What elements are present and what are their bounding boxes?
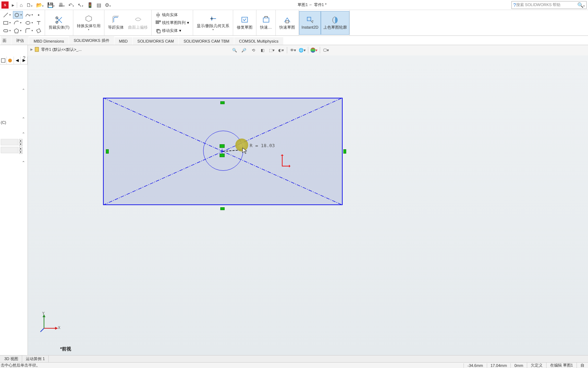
spline-tool[interactable]: ▾: [24, 11, 34, 19]
graphics-area[interactable]: R = 18.03 Y X *前视: [28, 55, 588, 356]
section-view-icon[interactable]: ◧: [259, 47, 266, 54]
tab-comsol[interactable]: COMSOL Multiphysics: [234, 37, 283, 45]
move-entities[interactable]: 移动实体▾: [155, 27, 190, 34]
slot-tool[interactable]: ▾: [2, 27, 11, 34]
fm-tab-feature[interactable]: [0, 57, 7, 64]
tab-evaluate[interactable]: 评估: [11, 36, 29, 45]
view-triad[interactable]: Y X: [39, 312, 60, 334]
svg-rect-8: [158, 21, 159, 22]
pm-help-icon[interactable]: ?: [23, 55, 25, 60]
view-settings-icon[interactable]: 🖵▾: [322, 47, 329, 54]
coincident-relation-2[interactable]: [220, 154, 225, 157]
collapse-2-icon[interactable]: ⌃: [22, 117, 26, 121]
home-icon[interactable]: ⌂: [18, 2, 24, 8]
svg-rect-11: [158, 23, 159, 24]
collapse-4-icon[interactable]: ⌃: [22, 160, 26, 165]
hide-show-icon[interactable]: 👁▾: [289, 47, 297, 54]
fm-tab-back[interactable]: ◀: [14, 57, 21, 64]
param-y-spinner[interactable]: ▴▾: [19, 147, 23, 153]
status-defined: 欠定义: [527, 363, 546, 368]
feature-manager-panel: ◀ ▶ ? ⌃ (C) ⌃ ⌃ ▴▾ ▴▾ ⌃: [0, 45, 28, 356]
help-icon[interactable]: ?: [513, 2, 516, 8]
display-relations-button[interactable]: 显示/删除几何关系 ▾: [195, 11, 231, 35]
svg-rect-16: [307, 17, 311, 21]
mirror-entities[interactable]: 镜向实体: [155, 11, 190, 19]
param-x-input[interactable]: [1, 139, 18, 145]
new-file-icon[interactable]: 🗋▾: [24, 2, 34, 8]
svg-rect-14: [263, 18, 269, 22]
expand-icon[interactable]: ▸: [10, 2, 16, 8]
svg-rect-0: [4, 21, 8, 24]
svg-rect-15: [286, 21, 289, 23]
repair-sketch-button[interactable]: 修复草图: [235, 11, 255, 35]
vertical-relation-right[interactable]: [343, 149, 346, 154]
appearance-icon[interactable]: ▾: [310, 47, 318, 54]
fm-tab-property[interactable]: [7, 57, 14, 64]
select-icon[interactable]: ↖▾: [76, 2, 85, 8]
svg-rect-9: [160, 21, 161, 22]
open-icon[interactable]: 📂▾: [34, 2, 45, 8]
tab-surface[interactable]: 面: [1, 36, 11, 45]
tab-addins[interactable]: SOLIDWORKS 插件: [69, 36, 114, 45]
trim-entities-button[interactable]: 剪裁实体(T): [46, 11, 72, 35]
breadcrumb[interactable]: ▶ 零件1 (默认<<默认>_...: [30, 47, 82, 52]
svg-rect-13: [242, 17, 248, 22]
text-tool[interactable]: [35, 19, 43, 26]
scene-icon[interactable]: 🌐▾: [299, 47, 306, 54]
triad-y-label: Y: [42, 311, 45, 315]
instant2d-button[interactable]: Instant2D: [299, 11, 321, 35]
linear-pattern[interactable]: 线性草图阵列▾: [155, 19, 190, 26]
horizontal-relation-top[interactable]: [220, 101, 225, 104]
rapid-button[interactable]: 快速…: [258, 11, 274, 35]
vertical-relation-left[interactable]: [106, 149, 109, 154]
settings-icon[interactable]: ⚙▾: [103, 2, 113, 8]
offset-entities-button[interactable]: 等距实体: [106, 11, 126, 35]
fillet-tool[interactable]: ▾: [24, 27, 34, 34]
section-c-label: (C): [1, 120, 6, 125]
display-style-icon[interactable]: ◐▾: [278, 47, 285, 54]
search-placeholder: 搜索 SOLIDWORKS 帮助: [516, 2, 575, 8]
status-prompt: 击中心然后单击半径。: [0, 363, 464, 368]
tab-cam-tbm[interactable]: SOLIDWORKS CAM TBM: [179, 37, 234, 45]
shaded-sketch-button[interactable]: 上色草图轮廓: [321, 11, 349, 35]
tab-motion-study[interactable]: 运动算例 1: [22, 355, 49, 362]
point-tool[interactable]: [35, 11, 43, 19]
rect-tool[interactable]: ▾: [2, 19, 11, 26]
tab-cam[interactable]: SOLIDWORKS CAM: [133, 37, 178, 45]
print-icon[interactable]: 🖶▾: [57, 2, 67, 8]
coincident-relation-1[interactable]: [220, 144, 225, 148]
collapse-1-icon[interactable]: ⌃: [22, 88, 26, 92]
line-tool[interactable]: ▾: [2, 11, 11, 19]
options-icon[interactable]: ▤: [95, 2, 103, 8]
polygon-tool[interactable]: ▾: [13, 27, 23, 34]
document-title: 草图1 ← 零件1 *: [113, 2, 511, 8]
rapid-sketch-button[interactable]: 快速草图: [277, 11, 297, 35]
zoom-area-icon[interactable]: 🔎: [240, 47, 248, 54]
search-box[interactable]: ? 搜索 SOLIDWORKS 帮助 🔍▾: [511, 1, 587, 9]
bottom-tabs: 3D 视图 运动算例 1: [0, 355, 588, 362]
app-logo: S: [1, 1, 9, 9]
tab-mbd-dim[interactable]: MBD Dimensions: [29, 37, 69, 45]
convert-entities-button[interactable]: 转换实体引用 ▾: [75, 11, 103, 35]
chevron-right-icon: ▶: [30, 48, 33, 51]
command-tabs: 面 评估 MBD Dimensions SOLIDWORKS 插件 MBD SO…: [0, 36, 588, 45]
zoom-fit-icon[interactable]: 🔍: [231, 47, 238, 54]
circle-tool[interactable]: ▾: [13, 11, 23, 19]
part-icon: [34, 47, 40, 52]
horizontal-relation-bottom[interactable]: [220, 207, 225, 210]
prev-view-icon[interactable]: ⟲: [250, 47, 257, 54]
save-icon[interactable]: 💾▾: [45, 2, 57, 8]
view-orient-icon[interactable]: ⬚▾: [268, 47, 275, 54]
undo-icon[interactable]: ↶▾: [67, 2, 76, 8]
plane-tool[interactable]: [35, 27, 43, 34]
param-y-input[interactable]: [1, 147, 18, 153]
tab-mbd[interactable]: MBD: [114, 37, 132, 45]
ellipse-tool[interactable]: ▾: [24, 19, 34, 26]
param-x-spinner[interactable]: ▴▾: [19, 139, 23, 145]
tab-3d-view[interactable]: 3D 视图: [1, 355, 22, 362]
arc-tool[interactable]: ▾: [13, 19, 23, 26]
breadcrumb-text: 零件1 (默认<<默认>_...: [41, 47, 82, 52]
rebuild-icon[interactable]: 🚦: [85, 2, 95, 8]
search-icon[interactable]: 🔍▾: [575, 2, 585, 8]
collapse-3-icon[interactable]: ⌃: [22, 132, 26, 136]
